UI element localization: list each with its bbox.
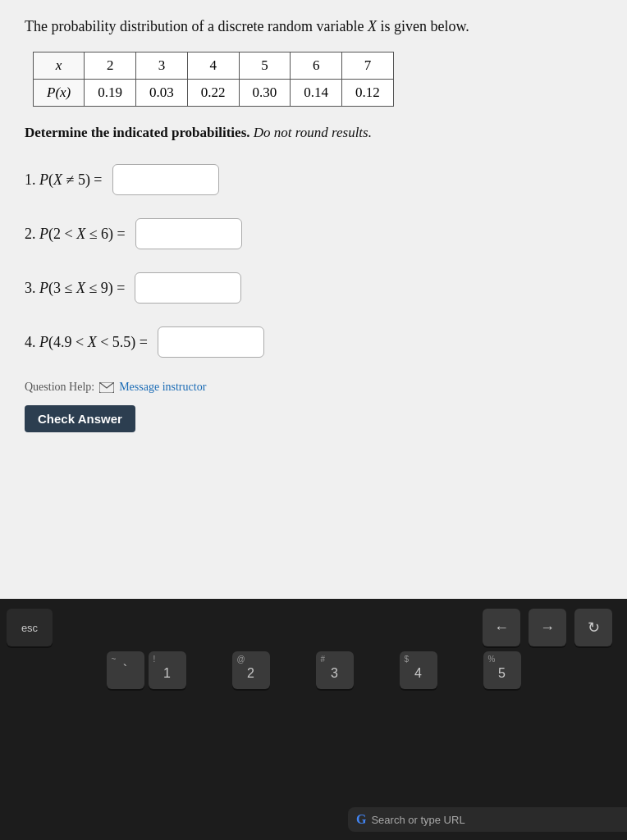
keyboard-area: esc ← → ↻ G Search or type URL ~ ` ! 1 @ <box>0 599 627 840</box>
mail-icon <box>99 382 114 393</box>
check-answer-button[interactable]: Check Answer <box>25 405 135 432</box>
key-tilde[interactable]: ~ ` <box>107 651 144 689</box>
key-at[interactable]: @ 2 <box>232 651 270 689</box>
table-header-x: x <box>34 52 85 80</box>
table-header-7: 7 <box>342 52 394 80</box>
instructions: Determine the indicated probabilities. D… <box>25 125 602 141</box>
key-esc-label: esc <box>21 622 38 634</box>
question-1-row: 1. P(X ≠ 5) = <box>25 164 602 195</box>
table-value-4: 0.22 <box>187 80 239 107</box>
key-esc[interactable]: esc <box>7 609 53 646</box>
table-header-2: 2 <box>85 52 136 80</box>
table-header-5: 5 <box>239 52 291 80</box>
keyboard-row-2: ~ ` ! 1 @ 2 # 3 $ 4 % 5 <box>7 651 620 689</box>
question-2-row: 2. P(2 < X ≤ 6) = <box>25 218 602 249</box>
probability-table: x 2 3 4 5 6 7 P(x) 0.19 0.03 0.22 0.30 0… <box>33 52 394 107</box>
table-value-5: 0.30 <box>239 80 291 107</box>
question-4-label: 4. P(4.9 < X < 5.5) = <box>25 334 148 351</box>
table-value-6: 0.14 <box>291 80 342 107</box>
help-label: Question Help: <box>25 381 94 394</box>
table-label-px: P(x) <box>34 80 85 107</box>
question-3-label: 3. P(3 ≤ X ≤ 9) = <box>25 280 125 297</box>
message-instructor-link[interactable]: Message instructor <box>119 381 206 394</box>
search-bar[interactable]: G Search or type URL <box>348 807 627 832</box>
key-hash[interactable]: # 3 <box>316 651 354 689</box>
google-logo: G <box>356 812 366 827</box>
question-4-row: 4. P(4.9 < X < 5.5) = <box>25 326 602 358</box>
question-1-label: 1. P(X ≠ 5) = <box>25 171 103 189</box>
table-value-3: 0.03 <box>136 80 188 107</box>
question-help: Question Help: Message instructor <box>25 381 602 394</box>
answer-input-3[interactable] <box>135 272 241 304</box>
key-dollar[interactable]: $ 4 <box>400 651 437 689</box>
keyboard-row-1: esc ← → ↻ G Search or type URL <box>7 609 620 646</box>
table-header-4: 4 <box>187 52 239 80</box>
table-value-2: 0.19 <box>85 80 136 107</box>
content-area: The probability distribution of a discre… <box>0 0 627 599</box>
key-1[interactable]: ! 1 <box>149 651 186 689</box>
key-percent[interactable]: % 5 <box>483 651 521 689</box>
key-back[interactable]: ← <box>483 609 520 646</box>
question-3-row: 3. P(3 ≤ X ≤ 9) = <box>25 272 602 304</box>
table-header-6: 6 <box>291 52 342 80</box>
answer-input-4[interactable] <box>158 326 264 358</box>
question-2-label: 2. P(2 < X ≤ 6) = <box>25 226 126 243</box>
table-header-3: 3 <box>136 52 188 80</box>
answer-input-1[interactable] <box>112 164 219 195</box>
table-value-7: 0.12 <box>342 80 394 107</box>
problem-intro: The probability distribution of a discre… <box>25 16 602 37</box>
key-refresh[interactable]: ↻ <box>574 609 612 646</box>
answer-input-2[interactable] <box>135 218 242 249</box>
key-forward[interactable]: → <box>529 609 566 646</box>
search-text: Search or type URL <box>371 814 465 826</box>
